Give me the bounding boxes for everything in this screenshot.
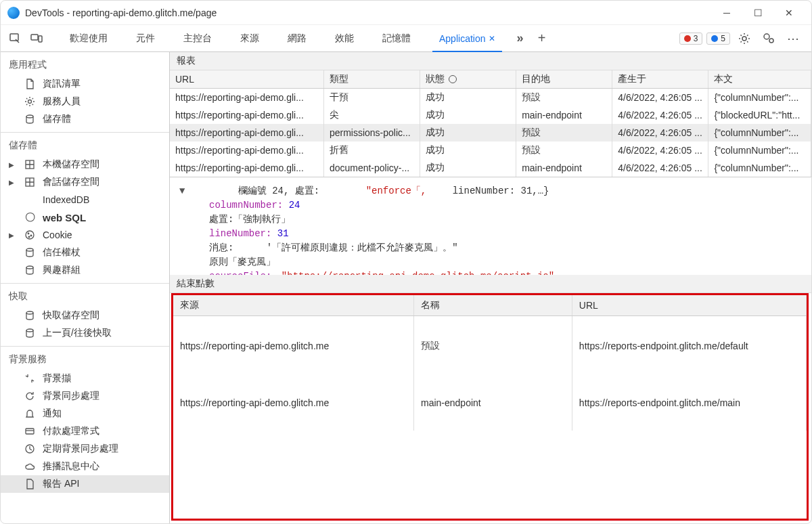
feedback-icon[interactable] bbox=[759, 28, 779, 49]
cloud-icon bbox=[24, 461, 36, 472]
col-type[interactable]: 類型 bbox=[323, 70, 420, 89]
sidebar-item-notifications[interactable]: 通知 bbox=[1, 405, 169, 422]
svg-point-5 bbox=[769, 39, 773, 43]
svg-rect-2 bbox=[39, 36, 42, 42]
sidebar-item-interest[interactable]: 興趣群組 bbox=[1, 261, 169, 279]
sidebar-item-bfcache[interactable]: 上一頁/往後快取 bbox=[1, 324, 169, 342]
sidebar-item-indexeddb[interactable]: IndexedDB bbox=[1, 191, 169, 209]
tabs-overflow-icon[interactable]: » bbox=[510, 28, 531, 49]
svg-point-15 bbox=[26, 266, 33, 269]
ep-col-origin[interactable]: 來源 bbox=[173, 295, 413, 316]
tab-performance[interactable]: 效能 bbox=[321, 25, 367, 52]
maximize-button[interactable]: ☐ bbox=[742, 3, 773, 22]
errors-badge[interactable]: 3 bbox=[679, 32, 703, 45]
device-icon[interactable] bbox=[26, 28, 47, 49]
tab-sources[interactable]: 來源 bbox=[227, 25, 273, 52]
svg-point-4 bbox=[764, 34, 769, 39]
collapse-icon[interactable]: ▼ bbox=[179, 185, 185, 196]
file-icon bbox=[24, 479, 36, 489]
svg-point-16 bbox=[26, 311, 33, 314]
side-section-storage: 儲存體 bbox=[1, 135, 169, 156]
reports-header: 報表 bbox=[170, 52, 811, 70]
side-section-bg: 背景服務 bbox=[1, 349, 169, 370]
sidebar-item-bgsync[interactable]: 背景同步處理 bbox=[1, 387, 169, 405]
tab-memory[interactable]: 記憶體 bbox=[369, 25, 424, 52]
side-section-cache: 快取 bbox=[1, 286, 169, 307]
circle-icon: 〇 bbox=[24, 211, 36, 224]
inspect-icon[interactable] bbox=[5, 28, 25, 49]
sidebar: 應用程式 資訊清單 服務人員 儲存體 儲存體 ▶ 本機儲存空間 bbox=[1, 52, 170, 523]
svg-rect-18 bbox=[26, 429, 34, 434]
sidebar-item-periodic[interactable]: 定期背景同步處理 bbox=[1, 440, 169, 458]
sidebar-item-websql[interactable]: 〇web SQL bbox=[1, 209, 169, 226]
svg-point-14 bbox=[26, 248, 33, 251]
chevron-right-icon[interactable]: ▶ bbox=[9, 161, 14, 169]
table-row[interactable]: https://reporting-api-demo.glitch.me預設ht… bbox=[173, 315, 807, 376]
tab-application[interactable]: Application✕ bbox=[426, 25, 509, 52]
clock-icon bbox=[24, 443, 36, 454]
bell-icon bbox=[24, 408, 36, 419]
refresh-icon bbox=[24, 391, 36, 401]
db-icon bbox=[24, 310, 36, 321]
sidebar-item-cookies[interactable]: ▶ Cookie bbox=[1, 226, 169, 244]
grid-icon bbox=[24, 159, 36, 170]
top-tabs: 歡迎使用 元件 主控台 來源 網路 效能 記憶體 Application✕ » … bbox=[1, 25, 811, 52]
table-row[interactable]: https://reporting-api-demo.glitch.memain… bbox=[173, 376, 807, 431]
sidebar-item-sw[interactable]: 服務人員 bbox=[1, 93, 169, 110]
add-tab-icon[interactable]: + bbox=[532, 28, 552, 49]
circle-icon bbox=[449, 75, 457, 83]
sidebar-item-trust[interactable]: 信任權杖 bbox=[1, 244, 169, 261]
sidebar-item-cachestorage[interactable]: 快取儲存空間 bbox=[1, 307, 169, 324]
sidebar-item-reporting-api[interactable]: 報告 API bbox=[1, 475, 169, 493]
endpoints-header: 結束點數 bbox=[170, 275, 811, 293]
svg-rect-0 bbox=[10, 34, 18, 41]
svg-point-3 bbox=[742, 37, 746, 41]
col-status[interactable]: 狀態 bbox=[420, 70, 516, 89]
tab-network[interactable]: 網路 bbox=[274, 25, 320, 52]
col-dest[interactable]: 目的地 bbox=[516, 70, 612, 89]
chevron-right-icon[interactable]: ▶ bbox=[9, 179, 14, 186]
titlebar: DevTools - reporting-api-demo.glitch.me/… bbox=[1, 1, 811, 25]
sidebar-item-manifest[interactable]: 資訊清單 bbox=[1, 75, 169, 93]
svg-point-13 bbox=[28, 236, 30, 238]
table-row[interactable]: https://reporting-api-demo.gli...尖成功main… bbox=[170, 106, 811, 124]
close-button[interactable]: ✕ bbox=[773, 3, 805, 22]
svg-point-6 bbox=[28, 100, 32, 104]
ep-col-name[interactable]: 名稱 bbox=[413, 295, 572, 316]
col-body[interactable]: 本文 bbox=[708, 70, 811, 89]
sync-icon bbox=[24, 373, 36, 384]
db-icon bbox=[24, 114, 36, 125]
gear-icon bbox=[24, 96, 36, 107]
tab-console[interactable]: 主控台 bbox=[170, 25, 225, 52]
svg-point-17 bbox=[26, 329, 33, 332]
sidebar-item-payment[interactable]: 付款處理常式 bbox=[1, 422, 169, 440]
sidebar-item-push[interactable]: 推播訊息中心 bbox=[1, 458, 169, 475]
close-icon[interactable]: ✕ bbox=[489, 34, 495, 43]
tab-elements[interactable]: 元件 bbox=[122, 25, 168, 52]
menu-icon[interactable]: ⋯ bbox=[783, 28, 803, 49]
sidebar-item-storage[interactable]: 儲存體 bbox=[1, 110, 169, 128]
col-time[interactable]: 產生于 bbox=[612, 70, 708, 89]
main-panel: 報表 URL 類型 狀態 目的地 產生于 本文 https://reportin… bbox=[170, 52, 811, 523]
chevron-right-icon[interactable]: ▶ bbox=[9, 232, 14, 239]
tab-welcome[interactable]: 歡迎使用 bbox=[56, 25, 121, 52]
sidebar-item-bgfetch[interactable]: 背景擷 bbox=[1, 370, 169, 387]
side-section-app: 應用程式 bbox=[1, 55, 169, 75]
svg-point-10 bbox=[26, 231, 34, 239]
table-row[interactable]: https://reporting-api-demo.gli...permiss… bbox=[170, 124, 811, 141]
table-row[interactable]: https://reporting-api-demo.gli...折舊成功預設4… bbox=[170, 141, 811, 159]
cookie-icon bbox=[24, 230, 36, 240]
table-row[interactable]: https://reporting-api-demo.gli...干預成功預設4… bbox=[170, 89, 811, 107]
sidebar-item-sessionstorage[interactable]: ▶ 會話儲存空間 bbox=[1, 173, 169, 191]
db-icon bbox=[24, 328, 36, 339]
sidebar-item-localstorage[interactable]: ▶ 本機儲存空間 bbox=[1, 156, 169, 173]
table-row[interactable]: https://reporting-api-demo.gli...documen… bbox=[170, 159, 811, 177]
endpoints-table: 來源 名稱 URL https://reporting-api-demo.gli… bbox=[173, 295, 807, 431]
svg-point-11 bbox=[28, 233, 29, 234]
warnings-badge[interactable]: 5 bbox=[706, 32, 730, 45]
minimize-button[interactable]: ─ bbox=[711, 3, 742, 22]
col-url[interactable]: URL bbox=[170, 70, 323, 89]
settings-icon[interactable] bbox=[734, 28, 754, 49]
ep-col-url[interactable]: URL bbox=[572, 295, 806, 316]
db-icon bbox=[24, 247, 36, 258]
